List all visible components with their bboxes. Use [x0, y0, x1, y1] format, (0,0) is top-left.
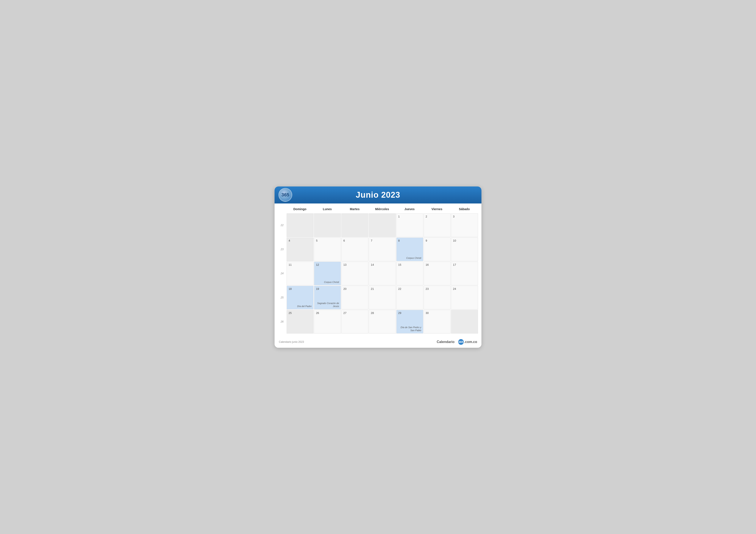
- cal-cell-7[interactable]: 7: [369, 238, 396, 261]
- logo-badge: 365: [279, 188, 292, 202]
- week-num-header-spacer: [278, 206, 286, 213]
- cal-cell-18[interactable]: 18Día del Padre: [286, 286, 313, 309]
- calendar-grid: 221232345678Corpus Christi910241112Corpu…: [278, 214, 478, 334]
- day-number: 18: [288, 287, 311, 291]
- day-number: 24: [453, 287, 476, 291]
- cal-cell-29[interactable]: 29Día de San Pedro y San Pablo: [396, 310, 423, 334]
- day-header-sabado: Sábado: [451, 206, 478, 213]
- cal-cell-11[interactable]: 11: [286, 262, 313, 285]
- cal-cell-9[interactable]: 9: [424, 238, 451, 261]
- day-number: 30: [426, 311, 449, 315]
- cal-cell-24[interactable]: 24: [451, 286, 478, 309]
- cal-cell-22[interactable]: 22: [396, 286, 423, 309]
- holiday-label: Corpus Christi: [324, 281, 339, 284]
- week-number-26: 26: [278, 310, 286, 334]
- cal-cell-empty[interactable]: [369, 214, 396, 237]
- footer-label: Calendario junio 2023: [279, 341, 304, 343]
- cal-cell-28[interactable]: 28: [369, 310, 396, 334]
- day-number: 11: [288, 263, 311, 267]
- cal-cell-empty[interactable]: [341, 214, 368, 237]
- cal-cell-30[interactable]: 30: [424, 310, 451, 334]
- day-number: 22: [398, 287, 421, 291]
- cal-cell-14[interactable]: 14: [369, 262, 396, 285]
- calendar-title: Junio 2023: [356, 191, 400, 200]
- cal-cell-17[interactable]: 17: [451, 262, 478, 285]
- day-header-martes: Martes: [341, 206, 368, 213]
- cal-cell-12[interactable]: 12Corpus Christi: [314, 262, 341, 285]
- cal-cell-13[interactable]: 13: [341, 262, 368, 285]
- day-number: 28: [371, 311, 394, 315]
- cal-cell-6[interactable]: 6: [341, 238, 368, 261]
- day-number: 27: [343, 311, 366, 315]
- day-header-lunes: Lunes: [313, 206, 341, 213]
- calendar-header: 365 Junio 2023: [275, 187, 481, 203]
- day-number: 17: [453, 263, 476, 267]
- day-number: 4: [288, 239, 311, 242]
- day-number: 9: [426, 239, 449, 242]
- day-header-domingo: Domingo: [286, 206, 313, 213]
- day-number: 7: [371, 239, 394, 242]
- footer-brand-num: 365: [458, 339, 464, 345]
- cal-cell-20[interactable]: 20: [341, 286, 368, 309]
- holiday-label: Corpus Christi: [406, 256, 421, 260]
- day-number: 15: [398, 263, 421, 267]
- day-number: 14: [371, 263, 394, 267]
- day-number: 2: [426, 215, 449, 218]
- cal-cell-empty[interactable]: [286, 214, 313, 237]
- cal-cell-8[interactable]: 8Corpus Christi: [396, 238, 423, 261]
- cal-cell-19[interactable]: 19Sagrado Corazón de Jesús: [314, 286, 341, 309]
- cal-cell-10[interactable]: 10: [451, 238, 478, 261]
- day-header-miercoles: Miércoles: [368, 206, 396, 213]
- cal-cell-empty[interactable]: [314, 214, 341, 237]
- day-number: 13: [343, 263, 366, 267]
- day-number: 5: [316, 239, 339, 242]
- day-number: 1: [398, 215, 421, 218]
- day-number: 10: [453, 239, 476, 242]
- day-number: 6: [343, 239, 366, 242]
- week-number-24: 24: [278, 262, 286, 285]
- cal-cell-5[interactable]: 5: [314, 238, 341, 261]
- day-number: 26: [316, 311, 339, 315]
- holiday-label: Sagrado Corazón de Jesús: [314, 302, 339, 308]
- day-number: 3: [453, 215, 476, 218]
- cal-cell-16[interactable]: 16: [424, 262, 451, 285]
- days-header-row: Domingo Lunes Martes Miércoles Jueves Vi…: [278, 206, 478, 213]
- calendar-body: Domingo Lunes Martes Miércoles Jueves Vi…: [275, 203, 481, 337]
- footer-brand-prefix: Calendario: [437, 340, 454, 344]
- week-number-22: 22: [278, 214, 286, 237]
- cal-cell-2[interactable]: 2: [424, 214, 451, 237]
- week-number-23: 23: [278, 238, 286, 261]
- calendar-container: 365 Junio 2023 Domingo Lunes Martes Miér…: [275, 187, 481, 348]
- cal-cell-15[interactable]: 15: [396, 262, 423, 285]
- day-number: 21: [371, 287, 394, 291]
- cal-cell-26[interactable]: 26: [314, 310, 341, 334]
- cal-cell-21[interactable]: 21: [369, 286, 396, 309]
- footer-brand: Calendario 365 .com.co: [437, 339, 477, 345]
- cal-cell-23[interactable]: 23: [424, 286, 451, 309]
- cal-cell-3[interactable]: 3: [451, 214, 478, 237]
- day-number: 12: [316, 263, 339, 267]
- day-number: 20: [343, 287, 366, 291]
- holiday-label: Día del Padre: [297, 305, 311, 308]
- cal-cell-25[interactable]: 25: [286, 310, 313, 334]
- calendar-footer: Calendario junio 2023 Calendario 365 .co…: [275, 337, 481, 348]
- cal-cell-4[interactable]: 4: [286, 238, 313, 261]
- day-number: 8: [398, 239, 421, 242]
- cal-cell-1[interactable]: 1: [396, 214, 423, 237]
- day-number: 16: [426, 263, 449, 267]
- holiday-label: Día de San Pedro y San Pablo: [396, 326, 421, 332]
- day-number: 23: [426, 287, 449, 291]
- week-number-25: 25: [278, 286, 286, 309]
- day-header-jueves: Jueves: [396, 206, 423, 213]
- cal-cell-27[interactable]: 27: [341, 310, 368, 334]
- cal-cell-empty[interactable]: [451, 310, 478, 334]
- footer-brand-suffix: .com.co: [464, 340, 477, 344]
- day-number: 19: [316, 287, 339, 291]
- day-number: 29: [398, 311, 421, 315]
- day-number: 25: [288, 311, 311, 315]
- day-header-viernes: Viernes: [423, 206, 451, 213]
